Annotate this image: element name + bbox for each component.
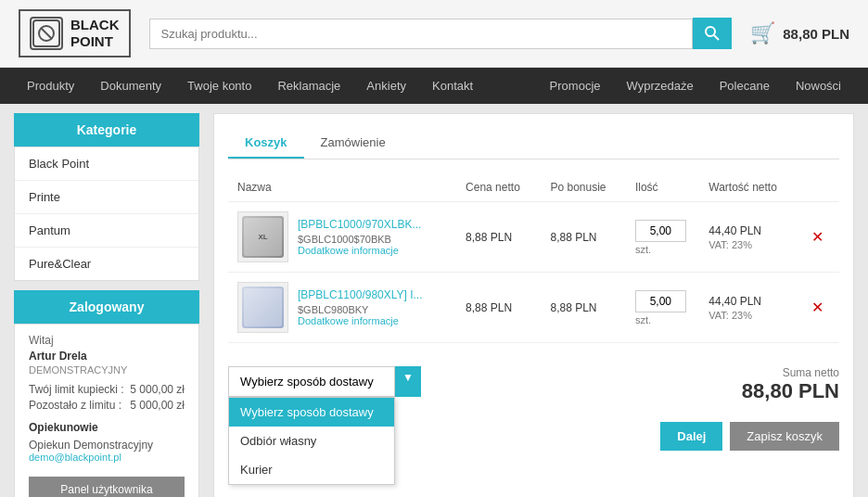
cart-table: Nazwa Cena netto Po bonusie Ilość Wartoś…	[228, 173, 839, 343]
product-code-0: $GBLC1000$70BKB	[298, 234, 421, 245]
svg-point-3	[706, 27, 715, 36]
delivery-selected-label: Wybierz sposób dostawy	[240, 375, 374, 389]
product-image-1	[237, 282, 288, 333]
product-unit-1: szt.	[635, 314, 690, 325]
cart-total: 88,80 PLN	[783, 26, 849, 42]
cart-icon: 🛒	[750, 21, 775, 45]
nav-twoje-konto[interactable]: Twoje konto	[174, 68, 264, 104]
nav-produkty[interactable]: Produkty	[14, 68, 87, 104]
th-nazwa: Nazwa	[228, 173, 456, 202]
greet-label: Witaj	[29, 334, 185, 347]
product-remove-cell-0: ✕	[798, 202, 839, 273]
sidebar-item-pureclear[interactable]: Pure&Clear	[15, 248, 198, 280]
remove-product-button-1[interactable]: ✕	[807, 295, 828, 320]
product-name-1[interactable]: [BPBLC1100/980XLY] I...	[298, 288, 423, 301]
remove-product-button-0[interactable]: ✕	[807, 224, 828, 249]
kategorie-title: Kategorie	[14, 113, 199, 147]
sidebar-item-printe[interactable]: Printe	[15, 181, 198, 214]
table-row: XL [BPBLC1000/970XLBK... $GBLC1000$70BKB…	[228, 202, 839, 273]
header: BLACK POINT 🛒 88,80 PLN	[0, 0, 868, 68]
product-cell-1: [BPBLC1100/980XLY] I... $GBLC980BKY Doda…	[228, 273, 456, 343]
product-price-1: 8,88 PLN	[456, 273, 541, 343]
sidebar-item-blackpoint[interactable]: Black Point	[15, 147, 198, 181]
nav-ankiety[interactable]: Ankiety	[353, 68, 419, 104]
delivery-option-0[interactable]: Wybierz sposób dostawy	[229, 398, 394, 427]
search-input[interactable]	[149, 19, 694, 49]
dalej-button[interactable]: Dalej	[660, 422, 722, 451]
opiekun-name: Opiekun Demonstracyjny	[29, 439, 185, 452]
search-button[interactable]	[693, 18, 732, 49]
nav-polecane[interactable]: Polecane	[707, 68, 783, 104]
product-code-1: $GBLC980BKY	[298, 304, 423, 315]
product-vat-0: VAT: 23%	[708, 239, 787, 250]
product-info-0[interactable]: Dodatkowe informacje	[298, 245, 421, 256]
opiekunowie-label: Opiekunowie	[29, 421, 185, 434]
delivery-select-button[interactable]: Wybierz sposób dostawy	[228, 366, 395, 397]
user-name: Artur Drela	[29, 350, 185, 363]
nav-wyprzedaze[interactable]: Wyprzedaże	[614, 68, 707, 104]
limit-label: Twój limit kupiecki :	[29, 383, 124, 396]
logo-text: BLACK POINT	[70, 17, 120, 50]
limit-value: 5 000,00 zł	[130, 383, 185, 396]
logo: BLACK POINT	[19, 9, 131, 57]
svg-line-4	[714, 35, 719, 40]
nav-dokumenty[interactable]: Dokumenty	[87, 68, 174, 104]
nav-left: Produkty Dokumenty Twoje konto Reklamacj…	[14, 68, 486, 104]
nav-right: Promocje Wyprzedaże Polecane Nowości	[537, 68, 854, 104]
product-qty-input-0[interactable]	[635, 220, 686, 242]
product-qty-cell-1: szt.	[626, 273, 699, 343]
zalogowany-section: Witaj Artur Drela DEMONSTRACYJNY Twój li…	[14, 324, 199, 497]
navigation: Produkty Dokumenty Twoje konto Reklamacj…	[0, 68, 868, 104]
nav-nowosci[interactable]: Nowości	[783, 68, 854, 104]
product-price-0: 8,88 PLN	[456, 202, 541, 273]
nav-promocje[interactable]: Promocje	[537, 68, 614, 104]
product-total-0: 44,40 PLN	[708, 224, 787, 237]
product-bonus-1: 8,88 PLN	[541, 273, 625, 343]
tab-koszyk[interactable]: Koszyk	[228, 128, 304, 159]
cart-area: 🛒 88,80 PLN	[750, 21, 849, 45]
tab-zamowienie[interactable]: Zamówienie	[304, 128, 402, 159]
delivery-option-2[interactable]: Kurier	[229, 455, 394, 484]
remaining-label: Pozostało z limitu :	[29, 399, 121, 412]
nav-kontakt[interactable]: Kontakt	[419, 68, 486, 104]
summary-label: Suma netto	[742, 366, 839, 379]
zalogowany-title: Zalogowany	[14, 290, 199, 324]
tabs: Koszyk Zamówienie	[228, 128, 839, 159]
sidebar-item-pantum[interactable]: Pantum	[15, 214, 198, 248]
product-qty-input-1[interactable]	[635, 290, 686, 312]
product-total-cell-1: 44,40 PLN VAT: 23%	[699, 273, 797, 343]
product-image-0: XL	[237, 211, 288, 262]
content-area: Koszyk Zamówienie Nazwa Cena netto Po bo…	[213, 113, 854, 497]
kategorie-section: Black Point Printe Pantum Pure&Clear	[14, 147, 199, 281]
th-ilosc: Ilość	[626, 173, 699, 202]
sidebar: Kategorie Black Point Printe Pantum Pure…	[14, 113, 199, 497]
delivery-option-1[interactable]: Odbiór własny	[229, 427, 394, 455]
product-total-1: 44,40 PLN	[708, 295, 787, 308]
delivery-select-wrapper: Wybierz sposób dostawy ▼	[228, 366, 421, 397]
product-remove-cell-1: ✕	[798, 273, 839, 343]
remaining-value: 5 000,00 zł	[130, 399, 185, 412]
remaining-row: Pozostało z limitu : 5 000,00 zł	[29, 399, 185, 412]
product-unit-0: szt.	[635, 244, 690, 255]
product-vat-1: VAT: 23%	[708, 310, 787, 321]
summary-box: Suma netto 88,80 PLN	[742, 366, 839, 403]
nav-reklamacje[interactable]: Reklamacje	[264, 68, 353, 104]
delivery-area: Wybierz sposób dostawy ▼ Wybierz sposób …	[228, 366, 421, 397]
limit-row: Twój limit kupiecki : 5 000,00 zł	[29, 383, 185, 396]
table-row: [BPBLC1100/980XLY] I... $GBLC980BKY Doda…	[228, 273, 839, 343]
main-container: Kategorie Black Point Printe Pantum Pure…	[0, 104, 868, 497]
product-qty-cell-0: szt.	[626, 202, 699, 273]
summary-total: 88,80 PLN	[742, 379, 839, 403]
zapisz-koszyk-button[interactable]: Zapisz koszyk	[730, 422, 839, 451]
delivery-chevron-icon[interactable]: ▼	[395, 366, 421, 397]
product-bonus-0: 8,88 PLN	[541, 202, 625, 273]
summary-area: Suma netto 88,80 PLN	[742, 357, 839, 413]
opiekun-email[interactable]: demo@blackpoint.pl	[29, 452, 185, 463]
user-type: DEMONSTRACYJNY	[29, 364, 185, 376]
logo-icon	[30, 17, 63, 50]
panel-uzytkownika-button[interactable]: Panel użytkownika	[29, 477, 185, 497]
th-remove	[798, 173, 839, 202]
th-cena: Cena netto	[456, 173, 541, 202]
product-name-0[interactable]: [BPBLC1000/970XLBK...	[298, 218, 421, 231]
product-info-1[interactable]: Dodatkowe informacje	[298, 315, 423, 326]
